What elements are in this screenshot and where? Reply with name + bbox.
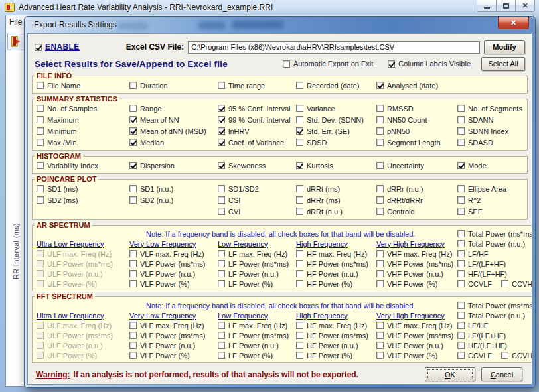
option-drrr-n-u[interactable]: dRRr (n.u.) <box>376 185 423 193</box>
option-skeweness[interactable]: Skeweness <box>218 162 266 170</box>
option-ccvlf[interactable]: CCVLF <box>457 352 492 359</box>
option-max-min[interactable]: Max./Min. <box>37 139 79 147</box>
option-coef-of-variance[interactable]: Coef. of Variance <box>218 139 284 147</box>
option-total-power-n-u[interactable]: Total Power (n.u.) <box>457 240 525 248</box>
option-lf-lf-hf[interactable]: LF/(LF+HF) <box>457 332 506 340</box>
option-mode[interactable]: Mode <box>457 162 487 170</box>
select-all-button[interactable]: Select All <box>481 57 525 71</box>
option-95-conf-interval[interactable]: 95 % Conf. Interval <box>218 105 291 113</box>
option-ulf-power-ms-ms[interactable]: ULF Power (ms*ms) <box>37 332 113 340</box>
option-sd2-n-u[interactable]: SD2 (n.u.) <box>129 196 173 204</box>
option-ulf-power[interactable]: ULF Power (%) <box>37 352 97 359</box>
option-sdsd[interactable]: SDSD <box>296 139 327 147</box>
option-std-err-se[interactable]: Std. Err. (SE) <box>296 127 350 135</box>
modify-button[interactable]: Modify <box>484 40 525 54</box>
option-lf-power-n-u[interactable]: LF Power (n.u.) <box>218 342 279 350</box>
option-nn50-count[interactable]: NN50 Count <box>376 116 427 124</box>
option-std-dev-sdnn[interactable]: Std. Dev. (SDNN) <box>296 116 364 124</box>
option-vhf-power-n-u[interactable]: VHF Power (n.u.) <box>376 342 443 350</box>
option-99-conf-interval[interactable]: 99 % Conf. Interval <box>218 116 291 124</box>
option-recorded-date[interactable]: Recorded (date) <box>296 82 360 90</box>
option-lnhrv[interactable]: lnHRV <box>218 127 250 135</box>
option-ulf-power-ms-ms[interactable]: ULF Power (ms*ms) <box>37 260 113 268</box>
option-dispersion[interactable]: Dispersion <box>129 162 175 170</box>
option-vlf-power[interactable]: VLF Power (%) <box>129 352 190 359</box>
option-kurtosis[interactable]: Kurtosis <box>296 162 333 170</box>
auto-export-checkbox[interactable]: Automatic Export on Exit <box>283 60 373 68</box>
option-vhf-power[interactable]: VHF Power (%) <box>376 280 437 288</box>
option-ulf-power[interactable]: ULF Power (%) <box>37 280 97 288</box>
option-centroid[interactable]: Centroid <box>376 208 415 216</box>
option-total-power-ms-ms[interactable]: Total Power (ms*ms) <box>457 302 532 310</box>
option-vhf-power-ms-ms[interactable]: VHF Power (ms*ms) <box>376 332 453 340</box>
option-variability-index[interactable]: Variability Index <box>37 162 98 170</box>
option-ulf-power-n-u[interactable]: ULF Power (n.u.) <box>37 342 103 350</box>
option-sd1-ms[interactable]: SD1 (ms) <box>37 185 78 193</box>
option-drrt-drrr[interactable]: dRRt/dRRr <box>376 196 423 204</box>
option-lf-power-ms-ms[interactable]: LF Power (ms*ms) <box>218 260 289 268</box>
option-vlf-power-ms-ms[interactable]: VLF Power (ms*ms) <box>129 332 205 340</box>
option-vlf-max-freq-hz[interactable]: VLF max. Freq (Hz) <box>129 322 204 330</box>
cancel-button[interactable]: Cancel <box>481 367 522 381</box>
option-vhf-power-ms-ms[interactable]: VHF Power (ms*ms) <box>376 260 453 268</box>
option-hf-max-freq-hz[interactable]: HF max. Freq (Hz) <box>296 322 367 330</box>
option-see[interactable]: SEE <box>457 208 483 216</box>
option-vhf-power-n-u[interactable]: VHF Power (n.u.) <box>376 270 443 278</box>
option-vhf-max-freq-hz[interactable]: VHF max. Freq (Hz) <box>376 322 452 330</box>
option-vlf-power-n-u[interactable]: VLF Power (n.u.) <box>129 270 195 278</box>
option-sd1-sd2[interactable]: SD1/SD2 <box>218 185 259 193</box>
option-vhf-max-freq-hz[interactable]: VHF max. Freq (Hz) <box>376 250 452 258</box>
option-rmssd[interactable]: RMSSD <box>376 105 414 113</box>
option-sd2-ms[interactable]: SD2 (ms) <box>37 196 78 204</box>
option-lf-power-ms-ms[interactable]: LF Power (ms*ms) <box>218 332 289 340</box>
menu-file[interactable]: File <box>9 17 22 27</box>
dialog-close-button[interactable]: ✕ <box>498 17 529 29</box>
option-ulf-max-freq-hz[interactable]: ULF max. Freq (Hz) <box>37 250 112 258</box>
option-lf-hf[interactable]: LF/HF <box>457 250 489 258</box>
option-lf-max-freq-hz[interactable]: LF max. Freq (Hz) <box>218 322 287 330</box>
option-lf-lf-hf[interactable]: LF/(LF+HF) <box>457 260 506 268</box>
option-time-range[interactable]: Time range <box>218 82 265 90</box>
option-mean-of-nn[interactable]: Mean of NN <box>129 116 179 124</box>
option-drrt-ms[interactable]: dRRt (ms) <box>296 185 340 193</box>
option-variance[interactable]: Variance <box>296 105 335 113</box>
enable-checkbox[interactable]: ENABLE <box>35 42 80 52</box>
option-ccvhf[interactable]: CCVHF <box>501 352 532 359</box>
option-total-power-ms-ms[interactable]: Total Power (ms*ms) <box>457 230 532 238</box>
option-ccvhf[interactable]: CCVHF <box>501 280 532 288</box>
option-minimum[interactable]: Minimum <box>37 127 77 135</box>
option-drrr-ms[interactable]: dRRr (ms) <box>296 196 341 204</box>
option-sdasd[interactable]: SDASD <box>457 139 493 147</box>
option-ulf-power-n-u[interactable]: ULF Power (n.u.) <box>37 270 103 278</box>
option-lf-power-n-u[interactable]: LF Power (n.u.) <box>218 270 279 278</box>
option-analysed-date[interactable]: Analysed (date) <box>376 82 438 90</box>
option-hf-power[interactable]: HF Power (%) <box>296 280 352 288</box>
option-hf-lf-hf[interactable]: HF/(LF+HF) <box>457 342 507 350</box>
option-median[interactable]: Median <box>129 139 164 147</box>
option-hf-power-ms-ms[interactable]: HF Power (ms*ms) <box>296 260 368 268</box>
option-vlf-power-ms-ms[interactable]: VLF Power (ms*ms) <box>129 260 205 268</box>
option-vhf-power[interactable]: VHF Power (%) <box>376 352 437 359</box>
option-no-of-samples[interactable]: No. of Samples <box>37 105 97 113</box>
option-hf-power-n-u[interactable]: HF Power (n.u.) <box>296 342 358 350</box>
close-button[interactable]: ✕ <box>515 0 535 12</box>
option-maximum[interactable]: Maximum <box>37 116 79 124</box>
option-hf-lf-hf[interactable]: HF/(LF+HF) <box>457 270 507 278</box>
option-vlf-max-freq-hz[interactable]: VLF max. Freq (Hz) <box>129 250 204 258</box>
option-mean-of-dnn-msd[interactable]: Mean of dNN (MSD) <box>129 127 206 135</box>
option-sd1-n-u[interactable]: SD1 (n.u.) <box>129 185 173 193</box>
option-hf-power[interactable]: HF Power (%) <box>296 352 352 359</box>
column-labels-checkbox[interactable]: Column Labels Visible <box>388 60 471 68</box>
option-hf-power-n-u[interactable]: HF Power (n.u.) <box>296 270 358 278</box>
option-duration[interactable]: Duration <box>129 82 168 90</box>
option-pnn50[interactable]: pNN50 <box>376 127 410 135</box>
option-cvi[interactable]: CVI <box>218 208 240 216</box>
option-file-name[interactable]: File Name <box>37 82 80 90</box>
option-lf-hf[interactable]: LF/HF <box>457 322 489 330</box>
option-lf-power[interactable]: LF Power (%) <box>218 280 273 288</box>
option-ellipse-area[interactable]: Ellipse Area <box>457 185 506 193</box>
csv-file-input[interactable] <box>188 41 480 54</box>
option-vlf-power-n-u[interactable]: VLF Power (n.u.) <box>129 342 195 350</box>
option-hf-max-freq-hz[interactable]: HF max. Freq (Hz) <box>296 250 367 258</box>
option-segment-length[interactable]: Segment Length <box>376 139 441 147</box>
